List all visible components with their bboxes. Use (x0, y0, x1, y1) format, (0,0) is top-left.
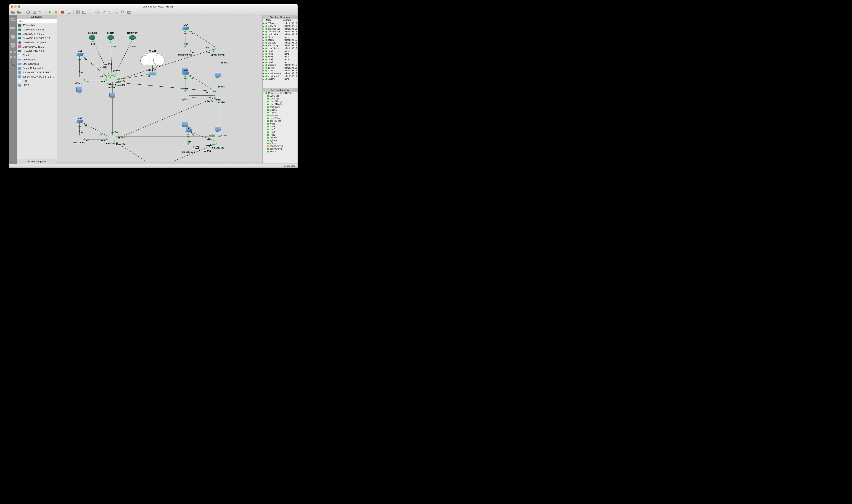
new-template-button[interactable]: + New template (17, 159, 57, 164)
expand-icon[interactable]: ▸ (263, 61, 265, 64)
topology-row[interactable]: ▸Hub4none (263, 58, 298, 61)
topology-row[interactable]: ▸centurylinktelnet 192.16… (263, 33, 298, 36)
add-link-button[interactable] (10, 61, 16, 67)
device-item[interactable]: Cloud (17, 53, 57, 57)
server-row[interactable]: bih-1017-vfp (263, 103, 298, 106)
topology-row[interactable]: ▸900w-vcptelnet 192.16… (263, 22, 298, 25)
expand-icon[interactable]: ▸ (263, 72, 265, 75)
device-item[interactable]: Juniper vMX vFP 19.3R1.8-KVM (17, 75, 57, 79)
topology-row[interactable]: ▸Internet2telnet 192.16… (263, 64, 298, 67)
server-row[interactable]: Hub4 (263, 131, 298, 133)
device-item[interactable]: ATM switch (17, 23, 57, 28)
server-row[interactable]: bih-1017-vcp (263, 100, 298, 103)
topology-row[interactable]: ▸sgl-vcptelnet 192.16… (263, 67, 298, 69)
expand-icon[interactable]: ▸ (263, 41, 265, 44)
topology-row[interactable]: ▸900w-vfptelnet 192.16… (263, 25, 298, 28)
topology-summary-list[interactable]: ▸900w-vcptelnet 192.16…▸900w-vfptelnet 1… (263, 22, 298, 88)
device-list[interactable]: ATM switchCisco ASAv 9.8.4-15Cisco IOS X… (17, 23, 57, 159)
canvas-scrollbar-h[interactable] (57, 161, 262, 164)
close-window-button[interactable] (11, 5, 13, 8)
lock-button[interactable] (107, 10, 112, 15)
topology-row[interactable]: ▸Hub3none (263, 55, 298, 58)
expand-icon[interactable]: ▸ (263, 39, 265, 41)
server-row[interactable]: eps-core (263, 114, 298, 117)
expand-icon[interactable]: ▸ (263, 44, 265, 47)
warning-icon[interactable]: ⚠ (284, 164, 286, 167)
screenshot-button[interactable] (127, 10, 132, 15)
open-folder-button[interactable] (17, 10, 22, 15)
node-cogent[interactable] (107, 35, 114, 39)
expand-icon[interactable]: ▸ (263, 47, 265, 50)
expand-icon[interactable]: ▸ (263, 28, 265, 30)
node-sgl-vcp[interactable] (182, 122, 188, 127)
node-900w-vfp[interactable] (109, 93, 116, 97)
device-item[interactable]: Ethernet switch (17, 62, 57, 66)
zoom-out-button[interactable] (120, 10, 125, 15)
reload-all-button[interactable] (67, 10, 72, 15)
line-tool-button[interactable] (101, 10, 106, 15)
start-all-button[interactable] (47, 10, 52, 15)
expand-icon[interactable]: ▸ (263, 50, 265, 52)
topology-row[interactable]: ▸cogenttelnet 192.16… (263, 39, 298, 41)
expand-icon[interactable]: ▸ (263, 33, 265, 36)
topology-row[interactable]: ▸eps-l20-vfptelnet 192.16… (263, 44, 298, 47)
show-labels-button[interactable] (32, 10, 37, 15)
rect-tool-button[interactable] (88, 10, 93, 15)
server-row[interactable]: centurylink (263, 106, 298, 108)
node-cloud1[interactable] (143, 53, 162, 65)
end-devices-category-button[interactable] (10, 33, 16, 40)
expand-icon[interactable]: ▸ (263, 22, 265, 24)
switches-category-button[interactable] (10, 25, 16, 31)
topology-row[interactable]: ▸bih-1017-vcptelnet 192.16… (263, 28, 298, 30)
server-row[interactable]: Hub2 (263, 125, 298, 128)
node-centurylink[interactable] (129, 35, 136, 39)
device-item[interactable]: NAT (17, 79, 57, 83)
device-item[interactable]: Cisco IOS XRv 6.1.3 (17, 32, 57, 36)
server-row[interactable]: Switch1 (263, 150, 298, 153)
node-internet2[interactable] (89, 35, 95, 39)
expand-icon[interactable]: ▸ (263, 55, 265, 58)
expand-icon[interactable]: ▸ (263, 53, 265, 55)
expand-icon[interactable]: ▸ (263, 67, 265, 69)
device-item[interactable]: VPCS (17, 83, 57, 87)
security-devices-category-button[interactable] (10, 42, 16, 49)
image-tool-button[interactable] (82, 10, 87, 15)
expand-icon[interactable]: ▸ (263, 78, 265, 80)
node-hub1[interactable] (76, 53, 84, 56)
misc-category-3-button[interactable] (10, 56, 13, 59)
server-row[interactable]: eps-l20-vfp (263, 117, 298, 120)
device-filter-input[interactable] (17, 19, 57, 23)
expand-icon[interactable]: ▸ (263, 25, 265, 27)
server-row[interactable]: sgl-vfp (263, 142, 298, 145)
server-row[interactable]: Hub1 (263, 122, 298, 125)
device-item[interactable]: Cisco NX-OSv 7.3.0 (17, 49, 57, 53)
topology-row[interactable]: ▸sgl-vfptelnet 192.16… (263, 69, 298, 72)
device-item[interactable]: Cisco IOSvL2 15.2.1 (17, 44, 57, 49)
server-row[interactable]: spectrum-vcp (263, 145, 298, 147)
topology-row[interactable]: ▸Switch1none (263, 77, 298, 80)
node-sgl-vfp[interactable] (215, 127, 221, 131)
expand-icon[interactable]: ▸ (263, 64, 265, 66)
misc-category-2-button[interactable] (13, 51, 16, 54)
server-row[interactable]: 900w-vcp (263, 94, 298, 97)
topology-row[interactable]: ▸eps-l29-vcptelnet 192.16… (263, 47, 298, 50)
snapshot-button[interactable] (25, 10, 31, 15)
open-project-button[interactable] (10, 10, 15, 15)
server-row[interactable]: 900w-vfp (263, 97, 298, 100)
server-row[interactable]: Cloud1 (263, 108, 298, 111)
server-row[interactable]: sgl-vcp (263, 139, 298, 142)
topology-row[interactable]: ▸Cloud1none (263, 36, 298, 39)
routers-category-button[interactable] (10, 16, 16, 23)
node-hub3[interactable] (76, 120, 84, 123)
topology-row[interactable]: ▸Hub2none (263, 53, 298, 55)
panel-close-icon[interactable] (295, 89, 297, 91)
misc-category-4-button[interactable] (13, 56, 16, 59)
maximize-window-button[interactable] (18, 5, 20, 8)
topology-canvas[interactable]: Internet2 Gi0/0 cogent Gi0/0 centurylink… (57, 15, 262, 161)
expand-icon[interactable]: ▸ (263, 31, 265, 33)
pause-all-button[interactable] (54, 10, 59, 15)
console-all-button[interactable] (38, 10, 43, 15)
topology-row[interactable]: ▸spectrum-vfptelnet 192.16… (263, 75, 298, 77)
device-item[interactable]: Juniper vMX vCP 19.3R1.8-KVM (17, 70, 57, 75)
server-row[interactable]: spectrum-vfp (263, 147, 298, 150)
